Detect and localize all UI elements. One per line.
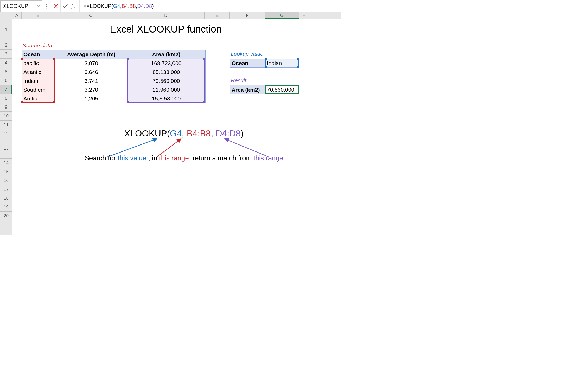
lookup-table: Ocean Indian (230, 59, 299, 68)
col-header-B[interactable]: B (22, 12, 55, 19)
row-header-20[interactable]: 20 (0, 212, 12, 220)
th-area: Area (km2) (127, 50, 205, 59)
col-header-F[interactable]: F (230, 12, 265, 19)
svg-point-2 (46, 8, 47, 8)
th-depth: Average Depth (m) (55, 50, 127, 59)
name-box[interactable]: XLOOKUP (0, 0, 42, 12)
formula-bar-separator (42, 0, 51, 12)
row-header-17[interactable]: 17 (0, 185, 12, 194)
svg-point-1 (46, 6, 47, 7)
row-header-11[interactable]: 11 (0, 121, 12, 129)
formula-bar: XLOOKUP f x =XLOOKUP(G4, B4:B8, D4:D8) (0, 0, 341, 12)
formula-input[interactable]: =XLOOKUP(G4, B4:B8, D4:D8) (79, 0, 341, 12)
row-header-3[interactable]: 3 (0, 50, 12, 59)
table-header-row: Ocean Average Depth (m) Area (km2) (22, 50, 205, 59)
row-header-9[interactable]: 9 (0, 103, 12, 112)
result-value-cell[interactable]: 70,560,000 (265, 85, 299, 94)
svg-text:f: f (71, 3, 73, 9)
result-table: Area (km2) 70,560,000 (230, 85, 299, 94)
sheet: 1 2 3 4 5 6 7 8 9 10 11 12 13 14 15 16 1… (0, 19, 341, 235)
chevron-down-icon[interactable] (37, 4, 40, 8)
lookup-value-cell[interactable]: Indian (265, 59, 299, 68)
row-header-6[interactable]: 6 (0, 76, 12, 85)
col-header-H[interactable]: H (299, 12, 309, 19)
table-row[interactable]: pacific3,970168,723,000 (22, 59, 205, 68)
th-ocean: Ocean (22, 50, 55, 59)
select-all-corner[interactable] (0, 12, 12, 19)
row-header-14[interactable]: 14 (0, 159, 12, 167)
table-row[interactable]: Southern3,27021,960,000 (22, 85, 205, 94)
svg-point-0 (46, 4, 47, 5)
name-box-value: XLOOKUP (3, 3, 28, 9)
big-formula: XLOOKUP(G4, B4:B8, D4:D8) (32, 128, 336, 138)
source-data-label: Source data (23, 42, 52, 49)
enter-icon[interactable] (61, 0, 70, 12)
lookup-value-label: Lookup value (231, 51, 263, 57)
explain-text: Search for this value , in this range, r… (32, 154, 336, 162)
cells-area[interactable]: Excel XLOOKUP function Source data Ocean… (12, 19, 341, 235)
row-header-8[interactable]: 8 (0, 94, 12, 103)
column-headers: A B C D E F G H (0, 12, 341, 19)
row-header-7[interactable]: 7 (0, 85, 12, 94)
row-header-16[interactable]: 16 (0, 176, 12, 185)
lookup-key: Ocean (230, 59, 265, 68)
row-header-4[interactable]: 4 (0, 59, 12, 67)
row-header-10[interactable]: 10 (0, 112, 12, 121)
row-header-19[interactable]: 19 (0, 203, 12, 212)
row-header-12[interactable]: 12 (0, 129, 12, 138)
fx-icon[interactable]: f x (70, 0, 79, 12)
row-header-5[interactable]: 5 (0, 67, 12, 76)
result-key: Area (km2) (230, 85, 265, 94)
row-header-2[interactable]: 2 (0, 41, 12, 50)
row-headers: 1 2 3 4 5 6 7 8 9 10 11 12 13 14 15 16 1… (0, 19, 12, 235)
result-label: Result (231, 77, 246, 84)
col-header-A[interactable]: A (12, 12, 22, 19)
col-header-D[interactable]: D (127, 12, 205, 19)
col-header-E[interactable]: E (205, 12, 230, 19)
col-header-G[interactable]: G (265, 12, 299, 19)
table-row[interactable]: Indian3,74170,560,000 (22, 77, 205, 85)
svg-text:x: x (74, 5, 76, 9)
source-table: Ocean Average Depth (m) Area (km2) pacif… (22, 50, 206, 103)
row-header-15[interactable]: 15 (0, 167, 12, 176)
table-row[interactable]: Atlantic3,64685,133,000 (22, 68, 205, 77)
explanation: XLOOKUP(G4, B4:B8, D4:D8) Search for thi… (32, 128, 336, 162)
cancel-icon[interactable] (51, 0, 61, 12)
row-header-18[interactable]: 18 (0, 194, 12, 203)
row-header-13[interactable]: 13 (0, 138, 12, 159)
col-header-C[interactable]: C (55, 12, 127, 19)
page-title: Excel XLOOKUP function (82, 24, 249, 35)
table-row[interactable]: Arctic1,20515,5.58,000 (22, 94, 205, 103)
row-header-1[interactable]: 1 (0, 19, 12, 41)
